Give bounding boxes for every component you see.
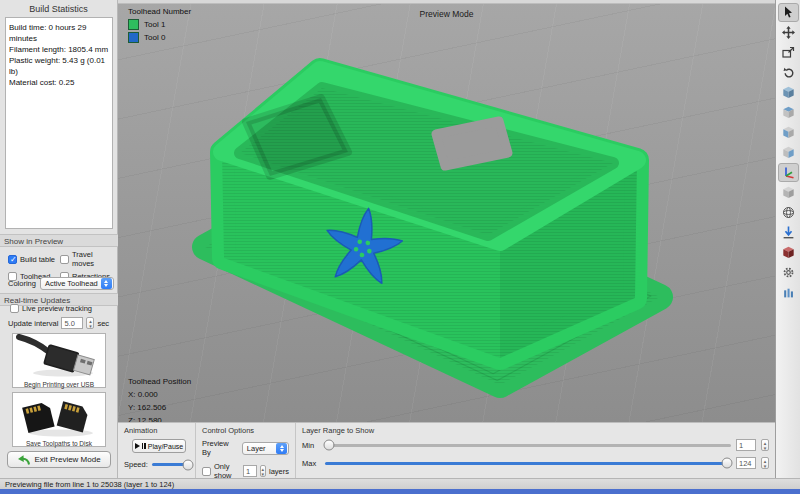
toolhead-position: Toolhead Position X: 0.000 Y: 162.506 Z:…	[128, 375, 191, 427]
preview-mode-label: Preview Mode	[118, 9, 775, 19]
toolhead-position-title: Toolhead Position	[128, 375, 191, 388]
toggle-build-volume-icon[interactable]	[778, 183, 799, 202]
control-options-title: Control Options	[202, 426, 289, 435]
update-interval-unit: sec	[97, 319, 109, 328]
wireframe-view-icon[interactable]	[778, 203, 799, 222]
view-default-icon[interactable]	[778, 83, 799, 102]
view-front-icon[interactable]	[778, 123, 799, 142]
only-show-stepper[interactable]: ▴▾	[260, 465, 266, 477]
build-statistics-title: Build Statistics	[0, 0, 117, 17]
coloring-label: Coloring	[8, 279, 36, 288]
min-label: Min	[302, 441, 320, 450]
show-in-preview-header: Show in Preview	[0, 234, 118, 247]
checkbox-travel-moves[interactable]: Travel moves	[60, 250, 114, 268]
bottom-accent-strip	[0, 489, 800, 494]
max-layer-slider[interactable]	[325, 462, 731, 465]
status-text: Previewing file from line 1 to 25038 (la…	[5, 480, 174, 489]
usb-print-card[interactable]: Begin Printing over USB	[12, 333, 106, 388]
preview-viewport[interactable]: Toolhead Number Tool 1 Tool 0 Preview Mo…	[118, 0, 775, 422]
support-structures-icon[interactable]	[778, 283, 799, 302]
usb-print-caption: Begin Printing over USB	[13, 380, 105, 390]
min-slider-knob[interactable]	[324, 440, 335, 451]
status-bar: Previewing file from line 1 to 25038 (la…	[0, 478, 800, 489]
play-pause-button[interactable]: Play/Pause	[132, 439, 186, 453]
usb-connector-image	[13, 334, 105, 378]
checkbox-travel-moves-box[interactable]	[60, 255, 69, 264]
pan-move-icon[interactable]	[778, 23, 799, 42]
tool1-swatch	[128, 19, 139, 30]
machine-settings-gear-icon[interactable]	[778, 263, 799, 282]
speed-slider[interactable]	[152, 463, 188, 466]
legend-item-tool1: Tool 1	[128, 19, 191, 30]
coloring-dropdown[interactable]: Active Toolhead	[40, 277, 114, 290]
min-layer-stepper[interactable]: ▴▾	[761, 439, 769, 451]
tool0-swatch	[128, 32, 139, 43]
max-label: Max	[302, 459, 320, 468]
bottom-control-panel: Animation Play/Pause Speed: Control Opti…	[118, 422, 775, 478]
pause-icon	[142, 443, 146, 449]
toggle-axes-icon[interactable]	[778, 163, 799, 182]
save-toolpaths-caption: Save Toolpaths to Disk	[13, 439, 105, 449]
min-layer-field[interactable]: 1	[736, 439, 756, 451]
control-options-group: Control Options Preview By Layer Only sh…	[196, 423, 296, 478]
animation-title: Animation	[124, 426, 189, 435]
sd-cards-image	[13, 393, 105, 437]
stat-plastic-weight: Plastic weight: 5.43 g (0.01 lb)	[9, 55, 109, 77]
stat-build-time: Build time: 0 hours 29 minutes	[9, 22, 109, 44]
update-interval-field[interactable]: 5.0	[61, 317, 83, 329]
sidebar: Build Statistics Build time: 0 hours 29 …	[0, 0, 118, 478]
view-toolbar	[775, 0, 800, 478]
speed-label: Speed:	[124, 460, 148, 469]
only-show-field[interactable]: 1	[243, 465, 256, 477]
animation-group: Animation Play/Pause Speed:	[118, 423, 196, 478]
move-model-down-icon[interactable]	[778, 223, 799, 242]
max-layer-stepper[interactable]: ▴▾	[761, 457, 769, 469]
view-top-icon[interactable]	[778, 103, 799, 122]
chevron-updown-icon	[276, 443, 287, 454]
app-window: Build Statistics Build time: 0 hours 29 …	[0, 0, 800, 494]
rotate-view-icon[interactable]	[778, 63, 799, 82]
checkbox-live-preview-box[interactable]	[10, 304, 19, 313]
checkbox-build-table[interactable]: Build table	[8, 250, 60, 268]
exit-preview-mode-button[interactable]: Exit Preview Mode	[7, 451, 111, 468]
chevron-updown-icon	[101, 278, 112, 289]
toolhead-y: Y: 162.506	[128, 401, 191, 414]
view-side-icon[interactable]	[778, 143, 799, 162]
min-layer-slider[interactable]	[325, 444, 731, 447]
stat-material-cost: Material cost: 0.25	[9, 77, 109, 88]
save-toolpaths-card[interactable]: Save Toolpaths to Disk	[12, 392, 106, 447]
legend-item-tool0: Tool 0	[128, 32, 191, 43]
zoom-region-icon[interactable]	[778, 43, 799, 62]
preview-by-dropdown[interactable]: Layer	[242, 442, 289, 455]
checkbox-live-preview-tracking[interactable]: Live preview tracking	[10, 304, 92, 313]
checkbox-build-table-box[interactable]	[8, 255, 17, 264]
toolhead-x: X: 0.000	[128, 388, 191, 401]
cross-section-icon[interactable]	[778, 243, 799, 262]
only-show-checkbox[interactable]	[202, 467, 211, 476]
max-slider-knob[interactable]	[721, 458, 732, 469]
select-cursor-icon[interactable]	[778, 3, 799, 22]
only-show-unit: layers	[269, 467, 289, 476]
update-interval-stepper[interactable]: ▴▾	[86, 317, 94, 329]
model-handle-slot	[436, 121, 508, 166]
model-scene[interactable]	[118, 0, 775, 422]
layer-range-title: Layer Range to Show	[302, 426, 769, 435]
speed-slider-knob[interactable]	[182, 459, 193, 470]
max-layer-field[interactable]: 124	[736, 457, 756, 469]
back-arrow-icon	[17, 455, 30, 465]
stat-filament-length: Filament length: 1805.4 mm	[9, 44, 109, 55]
preview-by-label: Preview By	[202, 439, 239, 457]
update-interval-label: Update interval	[8, 319, 58, 328]
play-icon	[135, 443, 140, 449]
layer-range-group: Layer Range to Show Min 1 ▴▾ Max 124 ▴▾	[296, 423, 775, 478]
build-statistics-box: Build time: 0 hours 29 minutes Filament …	[5, 17, 113, 229]
